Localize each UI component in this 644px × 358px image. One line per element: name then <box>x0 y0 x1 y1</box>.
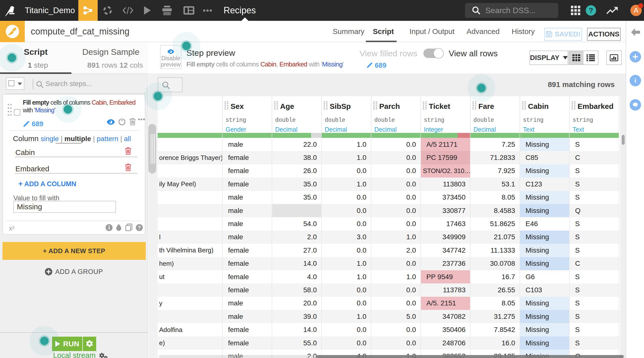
svg-text:?: ? <box>138 225 141 230</box>
